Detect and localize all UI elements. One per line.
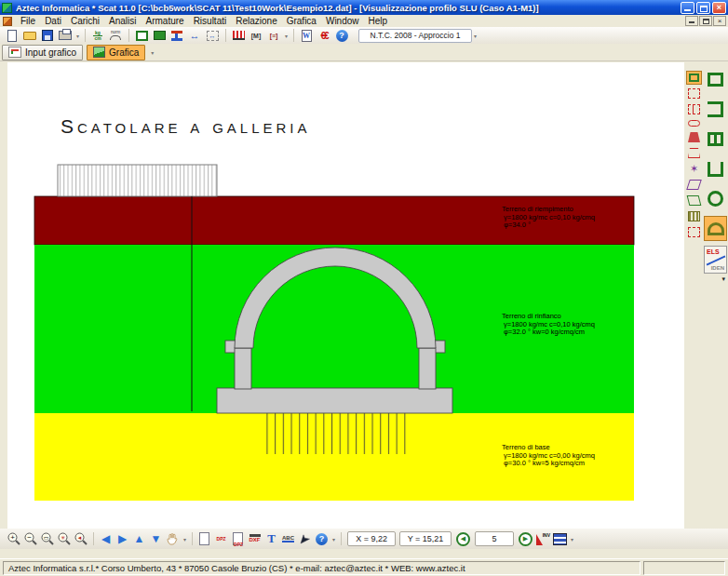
previous-view-button[interactable]: ◀	[456, 532, 470, 546]
pan-down-button[interactable]: ▼	[148, 530, 164, 547]
toolbar-overflow-arrow[interactable]: ▾	[571, 536, 573, 543]
move-node-button[interactable]: ↔	[204, 28, 221, 43]
menu-dati[interactable]: Dati	[40, 16, 66, 26]
mdi-minimize-icon	[689, 21, 694, 23]
type-gallery-arch-button[interactable]	[704, 216, 727, 241]
minimize-button[interactable]	[681, 2, 694, 14]
font-tool-button[interactable]: ABC	[280, 530, 296, 547]
export-dpz-button[interactable]: DPZ	[213, 530, 229, 547]
normative-combobox[interactable]: N.T.C. 2008 - Approccio 1	[358, 29, 472, 43]
help-button[interactable]: ?	[333, 28, 350, 43]
menu-grafica[interactable]: Grafica	[282, 16, 321, 26]
text-tool-button[interactable]: T	[263, 530, 279, 547]
save-file-button[interactable]	[39, 28, 56, 43]
print-preview-button[interactable]	[196, 530, 212, 547]
toolbar-separator	[341, 532, 342, 545]
type-multicell-button[interactable]	[704, 127, 727, 152]
toolbar-overflow-arrow[interactable]: ▾	[285, 33, 288, 39]
invert-colors-button[interactable]: INV	[535, 530, 551, 547]
type-circular-button[interactable]	[704, 186, 727, 211]
units-button[interactable]: kg cm	[89, 28, 106, 43]
restore-button[interactable]	[696, 2, 710, 14]
minimize-icon	[684, 9, 691, 11]
tabs-overflow-arrow[interactable]: ▾	[151, 49, 154, 56]
subtype-skewed-box-button[interactable]	[687, 195, 702, 206]
geometry-frame-button[interactable]	[133, 28, 150, 43]
subtype-dashed-rect-button[interactable]	[688, 88, 700, 99]
help-icon: ?	[316, 533, 328, 545]
subtype-star-button[interactable]: ✶	[688, 164, 700, 174]
subtype-rect-selected-button[interactable]	[686, 71, 702, 85]
menu-relazione[interactable]: Relazione	[231, 16, 281, 26]
hand-icon	[166, 532, 180, 546]
zoom-previous-button[interactable]: ◂	[73, 530, 88, 547]
stress-diagram-button[interactable]: [≡]	[265, 28, 282, 43]
mdi-close-button[interactable]: ×	[713, 16, 726, 26]
zoom-window-button[interactable]: ▭	[39, 530, 55, 547]
layers-button[interactable]	[552, 530, 568, 547]
els-iden-button[interactable]: ELS IDEN	[704, 246, 727, 274]
zoom-in-button[interactable]: +	[6, 530, 21, 547]
type-open-left-button[interactable]	[704, 97, 727, 122]
svg-text:−: −	[27, 533, 32, 542]
menu-carichi[interactable]: Carichi	[66, 16, 104, 26]
pan-up-button[interactable]: ▲	[131, 530, 147, 547]
save-dpz-button[interactable]: DPZ	[230, 530, 246, 547]
toolbar-overflow-arrow[interactable]: ▾	[76, 33, 79, 39]
new-file-button[interactable]	[4, 28, 20, 43]
mdi-restore-button[interactable]	[699, 16, 712, 26]
rinfianco-label-3: φ=32.0 ° kw=0 kg/cmq/cm	[504, 328, 585, 336]
subtype-dashed-rect2-button[interactable]	[688, 227, 700, 237]
section-column-button[interactable]	[169, 28, 185, 43]
close-button[interactable]: ×	[712, 2, 726, 14]
euro-icon: €€	[320, 31, 327, 41]
toolbar-separator	[192, 532, 193, 545]
pointer-tool-button[interactable]	[297, 530, 313, 547]
moment-diagram-button[interactable]: [M]	[248, 28, 264, 43]
panel-more-arrow[interactable]: ▾	[721, 275, 725, 283]
zoom-extents-button[interactable]: ✳	[56, 530, 72, 547]
menu-analisi[interactable]: Analisi	[104, 16, 141, 26]
left-wall	[235, 348, 251, 389]
view-number-field[interactable]: 5	[475, 531, 514, 546]
mdi-minimize-button[interactable]	[685, 16, 698, 26]
subtype-grid-box-button[interactable]	[688, 211, 700, 221]
computo-euro-button[interactable]: €€	[316, 28, 332, 43]
surcharge-load-hatch	[58, 165, 217, 196]
tab-grafica[interactable]: Grafica	[87, 45, 145, 60]
export-dxf-button[interactable]: DXF	[247, 530, 263, 547]
section-subtype-column: ✶	[685, 71, 703, 243]
normative-button[interactable]: norm	[107, 28, 124, 43]
menu-window[interactable]: Window	[321, 16, 364, 26]
subtype-pipe-button[interactable]	[688, 120, 700, 127]
load-diagram-button[interactable]	[230, 28, 247, 43]
tab-input-grafico[interactable]: Input grafico	[2, 45, 83, 60]
type-closed-box-button[interactable]	[704, 67, 727, 92]
menu-risultati[interactable]: Risultati	[189, 16, 232, 26]
menu-help[interactable]: Help	[364, 16, 393, 26]
export-word-button[interactable]: W	[298, 28, 315, 43]
span-arrow-button[interactable]: ↔	[186, 28, 203, 43]
help-bottom-button[interactable]: ?	[314, 530, 330, 547]
subtype-parallelogram-button[interactable]	[686, 180, 702, 190]
materials-button[interactable]	[151, 28, 168, 43]
toolbar-overflow-arrow[interactable]: ▾	[332, 536, 335, 543]
subtype-dashed-grid-button[interactable]	[688, 104, 700, 114]
zoom-out-button[interactable]: −	[22, 530, 38, 547]
pan-right-button[interactable]: ▶	[115, 530, 130, 547]
pan-left-button[interactable]: ◀	[98, 530, 114, 547]
toolbar-overflow-arrow[interactable]: ▾	[183, 536, 186, 543]
next-view-button[interactable]: ▶	[519, 532, 533, 546]
drawing-canvas[interactable]: Scatolare a galleria Terren	[7, 62, 684, 529]
menu-file[interactable]: File	[16, 16, 40, 26]
zoom-toolbar: + − ▭ ✳ ◂ ◀ ▶ ▲ ▼ ▾ DPZ DPZ DXF T ABC	[0, 529, 728, 549]
open-file-button[interactable]	[21, 28, 38, 43]
abc-icon: ABC	[282, 535, 294, 543]
pan-hand-button[interactable]	[165, 530, 181, 547]
type-open-top-button[interactable]	[704, 156, 727, 181]
subtype-trapezoid-button[interactable]	[688, 132, 700, 142]
toolbar-overflow-arrow[interactable]: ▾	[474, 33, 477, 39]
subtype-trapezoid-outline-button[interactable]	[688, 148, 700, 158]
print-button[interactable]	[57, 28, 74, 43]
menu-armature[interactable]: Armature	[142, 16, 189, 26]
